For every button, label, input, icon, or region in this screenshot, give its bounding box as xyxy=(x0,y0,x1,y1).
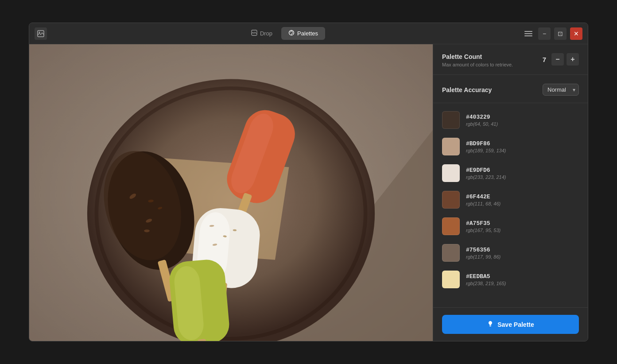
color-info-6: #EEDBA5 rgb(238, 219, 165) xyxy=(466,273,506,286)
decrement-button[interactable]: − xyxy=(551,53,564,66)
color-hex-5: #756356 xyxy=(466,247,501,253)
color-swatch-2 xyxy=(442,164,460,182)
svg-point-22 xyxy=(144,229,150,232)
tab-drop[interactable]: Drop xyxy=(244,27,279,40)
color-hex-0: #403229 xyxy=(466,114,498,120)
tab-palettes-label: Palettes xyxy=(297,30,318,37)
color-swatch-6 xyxy=(442,271,460,288)
counter-value: 7 xyxy=(540,56,549,63)
save-palette-label: Save Palette xyxy=(497,321,534,328)
increment-button[interactable]: + xyxy=(567,53,579,66)
color-rgb-3: rgb(111, 68, 46) xyxy=(466,201,501,206)
color-item[interactable]: #EEDBA5 rgb(238, 219, 165) xyxy=(433,266,588,293)
color-rgb-6: rgb(238, 219, 165) xyxy=(466,281,506,286)
tab-palettes[interactable]: Palettes xyxy=(281,27,325,40)
color-rgb-4: rgb(167, 95, 53) xyxy=(466,228,501,233)
svg-point-8 xyxy=(291,34,292,35)
color-item[interactable]: #A75F35 rgb(167, 95, 53) xyxy=(433,213,588,240)
color-info-4: #A75F35 rgb(167, 95, 53) xyxy=(466,220,501,233)
right-panel: Palette Count Max amount of colors to re… xyxy=(433,44,588,341)
color-swatch-1 xyxy=(442,138,460,155)
image-area xyxy=(29,44,433,341)
color-item[interactable]: #E9DFD6 rgb(233, 223, 214) xyxy=(433,160,588,186)
save-palette-button[interactable]: Save Palette xyxy=(442,315,579,334)
palette-count-label: Palette Count Max amount of colors to re… xyxy=(442,53,540,67)
svg-rect-36 xyxy=(489,325,491,326)
drop-icon xyxy=(251,30,257,37)
menu-button[interactable] xyxy=(522,27,535,40)
palette-count-section: Palette Count Max amount of colors to re… xyxy=(433,44,588,75)
close-button[interactable]: ✕ xyxy=(570,27,582,40)
svg-point-1 xyxy=(39,31,40,33)
color-item[interactable]: #756356 rgb(117, 99, 86) xyxy=(433,240,588,266)
maximize-button[interactable]: ⊡ xyxy=(554,27,567,40)
palette-accuracy-section: Palette Accuracy Low Normal High xyxy=(433,75,588,103)
svg-point-6 xyxy=(292,31,293,32)
counter-controls: 7 − + xyxy=(540,53,579,66)
color-info-0: #403229 rgb(64, 50, 41) xyxy=(466,114,498,127)
color-swatch-4 xyxy=(442,217,460,235)
color-item[interactable]: #403229 rgb(64, 50, 41) xyxy=(433,107,588,133)
color-rgb-1: rgb(189, 159, 134) xyxy=(466,148,506,153)
accuracy-select-wrapper: Low Normal High xyxy=(543,84,579,96)
svg-point-7 xyxy=(292,33,293,34)
color-swatch-5 xyxy=(442,244,460,262)
color-swatch-3 xyxy=(442,191,460,209)
palette-count-title: Palette Count xyxy=(442,53,540,60)
color-hex-4: #A75F35 xyxy=(466,220,501,227)
color-hex-3: #6F442E xyxy=(466,194,501,200)
color-item[interactable]: #BD9F86 rgb(189, 159, 134) xyxy=(433,133,588,160)
color-info-5: #756356 rgb(117, 99, 86) xyxy=(466,247,501,259)
title-bar: Drop Palettes xyxy=(29,23,588,44)
app-logo xyxy=(35,27,47,40)
accuracy-select[interactable]: Low Normal High xyxy=(543,84,579,96)
minimize-button[interactable]: − xyxy=(538,27,551,40)
accuracy-label: Palette Accuracy xyxy=(442,86,492,93)
color-hex-2: #E9DFD6 xyxy=(466,167,506,174)
main-content: Palette Count Max amount of colors to re… xyxy=(29,44,588,341)
color-hex-1: #BD9F86 xyxy=(466,140,506,147)
palettes-icon xyxy=(288,30,295,37)
color-swatch-0 xyxy=(442,111,460,129)
panel-footer: Save Palette xyxy=(433,307,588,341)
svg-point-5 xyxy=(291,31,292,32)
palette-count-subtitle: Max amount of colors to retrieve. xyxy=(442,62,540,67)
tab-drop-label: Drop xyxy=(260,30,272,37)
color-info-3: #6F442E rgb(111, 68, 46) xyxy=(466,194,501,206)
color-hex-6: #EEDBA5 xyxy=(466,273,506,280)
color-rgb-0: rgb(64, 50, 41) xyxy=(466,121,498,127)
color-info-2: #E9DFD6 rgb(233, 223, 214) xyxy=(466,167,506,180)
svg-point-4 xyxy=(290,31,291,32)
save-icon xyxy=(487,320,494,329)
color-rgb-5: rgb(117, 99, 86) xyxy=(466,254,501,259)
color-item[interactable]: #6F442E rgb(111, 68, 46) xyxy=(433,186,588,213)
color-rgb-2: rgb(233, 223, 214) xyxy=(466,174,506,180)
color-list: #403229 rgb(64, 50, 41) #BD9F86 rgb(189,… xyxy=(433,103,588,307)
app-window: Drop Palettes xyxy=(29,23,588,341)
color-info-1: #BD9F86 rgb(189, 159, 134) xyxy=(466,140,506,153)
